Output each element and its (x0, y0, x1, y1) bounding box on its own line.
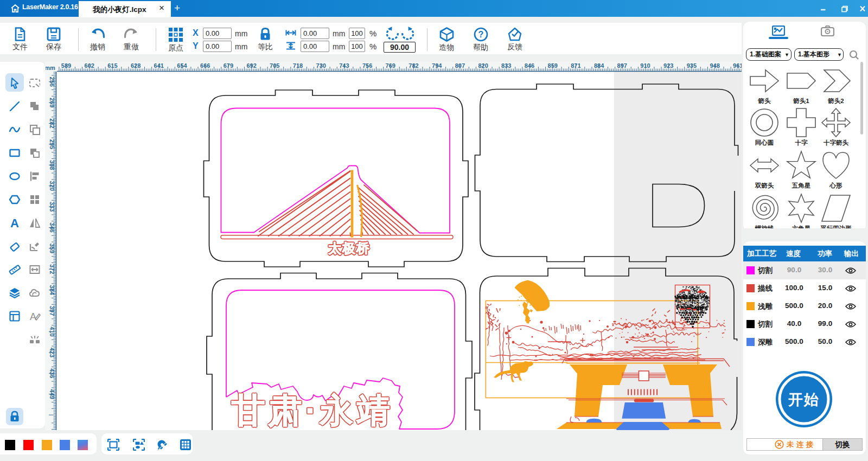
svg-text:开始: 开始 (788, 392, 820, 408)
svg-text:太极桥: 太极桥 (328, 241, 371, 255)
svg-text:甘肃·永靖: 甘肃·永靖 (231, 392, 394, 429)
svg-text:mm: mm (44, 65, 55, 71)
